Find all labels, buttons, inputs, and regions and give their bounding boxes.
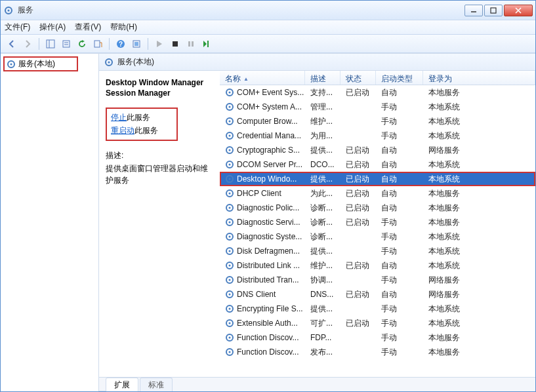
service-row[interactable]: DCOM Server Pr...DCO...已启动自动本地系统 xyxy=(220,157,535,172)
service-row[interactable]: Extensible Auth...可扩...已启动手动本地系统 xyxy=(220,316,535,330)
gear-icon xyxy=(225,218,234,227)
start-service-button[interactable] xyxy=(152,37,167,51)
maximize-button[interactable] xyxy=(484,5,503,16)
svg-point-25 xyxy=(229,92,231,94)
stop-service-button[interactable] xyxy=(168,37,182,51)
cell-name: DCOM Server Pr... xyxy=(220,160,305,169)
service-row[interactable]: Encrypting File S...提供...手动本地系统 xyxy=(220,302,535,316)
help-button[interactable]: ? xyxy=(113,37,128,51)
show-hide-tree-button[interactable] xyxy=(43,37,58,51)
cell-name: Credential Mana... xyxy=(220,131,305,140)
menu-action[interactable]: 操作(A) xyxy=(39,22,66,33)
service-row[interactable]: Function Discov...FDP...手动本地服务 xyxy=(220,330,535,345)
forward-button[interactable] xyxy=(20,37,35,51)
restart-service-line: 重启动此服务 xyxy=(111,125,173,137)
cell-status: 已启动 xyxy=(340,174,376,185)
column-name[interactable]: 名称▲ xyxy=(220,71,305,85)
service-row[interactable]: Diagnostic Syste...诊断...手动本地系统 xyxy=(220,229,535,244)
export-button[interactable] xyxy=(91,37,105,51)
cell-logon: 网络服务 xyxy=(423,289,535,300)
service-rows[interactable]: COM+ Event Sys...支持...已启动自动本地服务COM+ Syst… xyxy=(220,85,535,377)
sort-asc-icon: ▲ xyxy=(243,76,249,82)
extra-button[interactable] xyxy=(129,37,144,51)
cell-desc: 诊断... xyxy=(305,203,340,214)
service-row[interactable]: Cryptographic S...提供...已启动自动网络服务 xyxy=(220,143,535,157)
pause-service-button[interactable] xyxy=(184,37,198,51)
svg-point-55 xyxy=(229,308,231,310)
service-row[interactable]: Credential Mana...为用...手动本地系统 xyxy=(220,128,535,143)
tree-node-services-local[interactable]: 服务(本地) xyxy=(3,56,78,71)
cell-desc: 为此... xyxy=(305,188,340,199)
svg-point-41 xyxy=(229,207,231,209)
service-actions-box: 停止此服务 重启动此服务 xyxy=(106,108,178,140)
properties-button[interactable] xyxy=(59,37,73,51)
service-row[interactable]: Disk Defragmen...提供...手动本地系统 xyxy=(220,244,535,258)
cell-name: COM+ Event Sys... xyxy=(220,88,305,97)
service-row[interactable]: Desktop Windo...提供...已启动自动本地系统 xyxy=(220,172,535,186)
gear-icon xyxy=(225,246,234,256)
minimize-button[interactable] xyxy=(464,5,483,16)
service-row[interactable]: Computer Brow...维护...手动本地系统 xyxy=(220,114,535,128)
cell-desc: 维护... xyxy=(305,260,340,271)
gear-icon xyxy=(225,319,234,328)
tab-extended[interactable]: 扩展 xyxy=(106,378,138,391)
cell-name: Cryptographic S... xyxy=(220,146,305,155)
gear-icon xyxy=(225,290,234,299)
service-row[interactable]: Diagnostic Polic...诊断...已启动自动本地服务 xyxy=(220,201,535,215)
cell-startup: 自动 xyxy=(376,260,423,271)
content-header: 服务(本地) xyxy=(99,54,535,71)
cell-startup: 手动 xyxy=(376,304,423,315)
service-row[interactable]: Distributed Tran...协调...手动网络服务 xyxy=(220,273,535,287)
column-startup[interactable]: 启动类型 xyxy=(376,71,423,85)
service-row[interactable]: Diagnostic Servi...诊断...已启动手动本地服务 xyxy=(220,215,535,229)
menu-file[interactable]: 文件(F) xyxy=(5,22,30,33)
svg-point-27 xyxy=(229,106,231,108)
column-headers: 名称▲ 描述 状态 启动类型 登录为 xyxy=(220,71,535,85)
cell-status: 已启动 xyxy=(340,217,376,228)
menu-help[interactable]: 帮助(H) xyxy=(110,22,137,33)
cell-status: 已启动 xyxy=(340,318,376,329)
titlebar[interactable]: 服务 xyxy=(1,1,535,20)
cell-logon: 本地服务 xyxy=(423,217,535,228)
service-row[interactable]: DHCP Client为此...已启动自动本地服务 xyxy=(220,186,535,201)
service-row[interactable]: COM+ Event Sys...支持...已启动自动本地服务 xyxy=(220,85,535,100)
cell-startup: 手动 xyxy=(376,130,423,142)
service-row[interactable]: Function Discov...发布...手动本地服务 xyxy=(220,345,535,359)
selected-service-title: Desktop Window Manager Session Manager xyxy=(106,77,215,98)
cell-desc: 协调... xyxy=(305,275,340,286)
cell-startup: 手动 xyxy=(376,231,423,243)
menu-view[interactable]: 查看(V) xyxy=(75,22,101,33)
cell-status: 已启动 xyxy=(340,188,376,199)
column-logon[interactable]: 登录为 xyxy=(423,71,535,85)
cell-name: Computer Brow... xyxy=(220,117,305,126)
close-button[interactable] xyxy=(504,5,533,16)
cell-logon: 本地系统 xyxy=(423,116,535,127)
stop-link[interactable]: 停止 xyxy=(111,113,127,122)
back-button[interactable] xyxy=(5,37,19,51)
cell-desc: 发布... xyxy=(305,347,340,358)
cell-startup: 手动 xyxy=(376,102,423,113)
content-area: 服务(本地) Desktop Window Manager Session Ma… xyxy=(99,54,535,391)
cell-desc: 提供... xyxy=(305,174,340,185)
service-row[interactable]: Distributed Link ...维护...已启动自动本地系统 xyxy=(220,258,535,273)
gear-icon xyxy=(225,174,234,184)
gear-icon xyxy=(225,160,234,169)
refresh-button[interactable] xyxy=(75,37,89,51)
svg-rect-8 xyxy=(63,41,70,47)
service-row[interactable]: COM+ System A...管理...手动本地系统 xyxy=(220,100,535,114)
toolbar: ? xyxy=(1,35,535,53)
cell-status: 已启动 xyxy=(340,159,376,170)
service-row[interactable]: DNS ClientDNS...已启动自动网络服务 xyxy=(220,287,535,302)
svg-point-21 xyxy=(10,63,12,65)
cell-status: 已启动 xyxy=(340,203,376,214)
column-status[interactable]: 状态 xyxy=(340,71,376,85)
restart-link[interactable]: 重启动 xyxy=(111,126,134,135)
tab-standard[interactable]: 标准 xyxy=(140,378,173,391)
restart-service-button[interactable] xyxy=(199,37,214,51)
content-header-title: 服务(本地) xyxy=(117,56,154,68)
cell-logon: 网络服务 xyxy=(423,275,535,286)
column-desc[interactable]: 描述 xyxy=(305,71,340,85)
content-body: Desktop Window Manager Session Manager 停… xyxy=(99,71,535,377)
svg-point-29 xyxy=(229,121,231,123)
cell-name: Disk Defragmen... xyxy=(220,246,305,256)
